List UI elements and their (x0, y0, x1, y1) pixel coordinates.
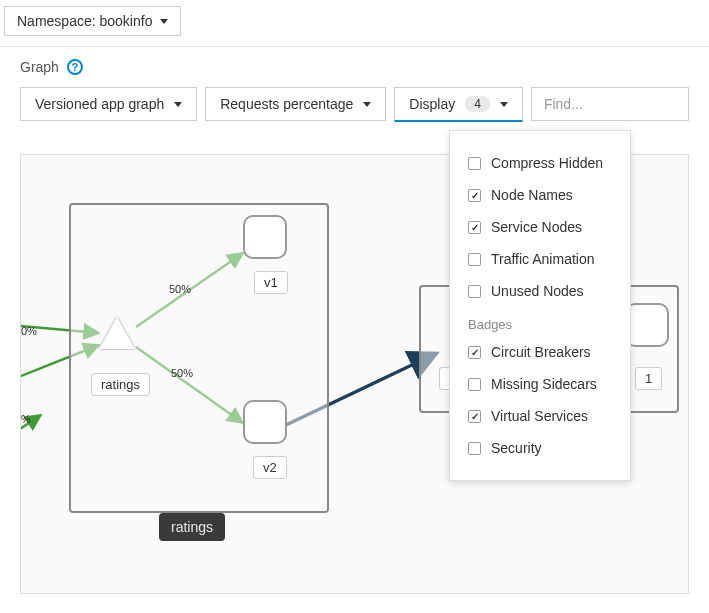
display-option-label: Unused Nodes (491, 283, 584, 299)
checkbox-icon (468, 157, 481, 170)
workload-label-v2: v2 (253, 456, 287, 479)
display-option[interactable]: Missing Sidecars (450, 368, 630, 400)
display-option-label: Compress Hidden (491, 155, 603, 171)
checkbox-icon (468, 189, 481, 202)
label-right-1: 1 (635, 367, 662, 390)
info-icon[interactable]: ? (67, 59, 83, 75)
app-group-ratings[interactable] (69, 203, 329, 513)
page-title: Graph (20, 59, 59, 75)
edge-label: 0% (21, 325, 37, 337)
display-option[interactable]: Virtual Services (450, 400, 630, 432)
edge-label: % (21, 413, 31, 425)
display-option[interactable]: Node Names (450, 179, 630, 211)
graph-type-label: Versioned app graph (35, 96, 164, 112)
checkbox-icon (468, 442, 481, 455)
namespace-selector[interactable]: Namespace: bookinfo (4, 6, 181, 36)
caret-down-icon (160, 19, 168, 24)
display-option[interactable]: Service Nodes (450, 211, 630, 243)
find-input[interactable]: Find... (531, 87, 689, 121)
display-option[interactable]: Security (450, 432, 630, 464)
checkbox-icon (468, 253, 481, 266)
display-option[interactable]: Traffic Animation (450, 243, 630, 275)
namespace-label: Namespace: bookinfo (17, 13, 152, 29)
checkbox-icon (468, 285, 481, 298)
display-option-label: Virtual Services (491, 408, 588, 424)
workload-node-v1[interactable] (243, 215, 287, 259)
display-option-label: Node Names (491, 187, 573, 203)
display-select[interactable]: Display 4 (394, 87, 523, 122)
caret-down-icon (500, 102, 508, 107)
display-option-label: Service Nodes (491, 219, 582, 235)
workload-label-v1: v1 (254, 271, 288, 294)
display-option-label: Missing Sidecars (491, 376, 597, 392)
display-dropdown-menu: Compress HiddenNode NamesService NodesTr… (449, 130, 631, 481)
edge-label: 50% (169, 283, 191, 295)
workload-node-v2[interactable] (243, 400, 287, 444)
display-label: Display (409, 96, 455, 112)
display-option[interactable]: Compress Hidden (450, 147, 630, 179)
display-count-badge: 4 (465, 96, 490, 112)
checkbox-icon (468, 221, 481, 234)
caret-down-icon (363, 102, 371, 107)
caret-down-icon (174, 102, 182, 107)
service-label-ratings: ratings (91, 373, 150, 396)
display-option[interactable]: Circuit Breakers (450, 336, 630, 368)
edge-label-select[interactable]: Requests percentage (205, 87, 386, 121)
display-option-label: Circuit Breakers (491, 344, 591, 360)
checkbox-icon (468, 378, 481, 391)
checkbox-icon (468, 410, 481, 423)
display-option-label: Security (491, 440, 542, 456)
checkbox-icon (468, 346, 481, 359)
display-option-label: Traffic Animation (491, 251, 595, 267)
edge-label-value: Requests percentage (220, 96, 353, 112)
edge-label: 50% (171, 367, 193, 379)
workload-node-right[interactable] (625, 303, 669, 347)
display-option[interactable]: Unused Nodes (450, 275, 630, 307)
graph-type-select[interactable]: Versioned app graph (20, 87, 197, 121)
badges-header: Badges (450, 307, 630, 336)
service-node-ratings[interactable] (99, 317, 135, 349)
node-tooltip: ratings (159, 513, 225, 541)
